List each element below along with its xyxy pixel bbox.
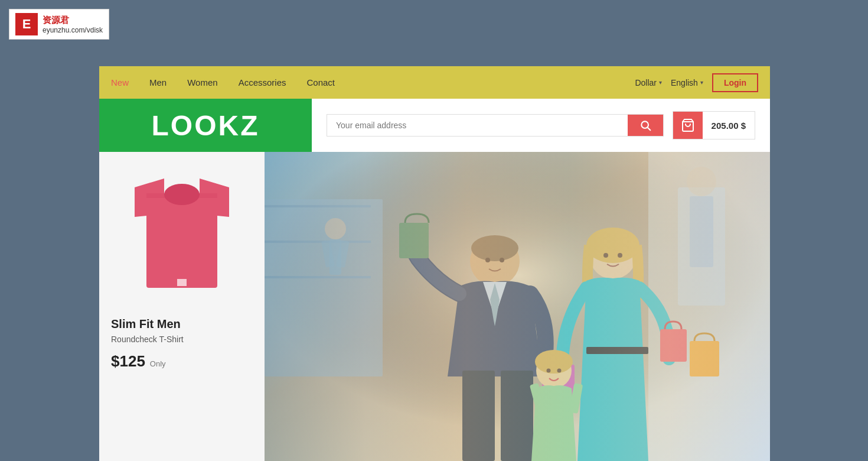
product-card: Slim Fit Men Roundcheck T-Shirt $125 Onl… (99, 152, 265, 461)
product-name: Slim Fit Men (111, 317, 253, 331)
watermark: E 资源君 eyunzhu.com/vdisk (9, 9, 109, 40)
top-nav: New Men Women Accessories Conact Dollar … (99, 66, 770, 99)
login-button[interactable]: Login (712, 73, 758, 92)
cart-icon-area (673, 112, 703, 139)
svg-rect-7 (146, 193, 217, 198)
store-background (265, 152, 770, 461)
nav-link-women[interactable]: Women (187, 77, 217, 87)
watermark-text: 资源君 eyunzhu.com/vdisk (43, 15, 103, 34)
language-selected: English (671, 78, 698, 87)
logo-section: LOOKZ (99, 99, 312, 152)
cart-price: 205.00 $ (703, 121, 755, 131)
currency-dropdown[interactable]: Dollar ▾ (635, 78, 662, 87)
svg-line-1 (647, 128, 650, 131)
language-dropdown-arrow: ▾ (700, 79, 703, 86)
nav-right: Dollar ▾ English ▾ Login (635, 73, 758, 92)
language-dropdown[interactable]: English ▾ (671, 78, 703, 87)
logo: LOOKZ (152, 109, 260, 142)
currency-dropdown-arrow: ▾ (659, 79, 662, 86)
product-info: Slim Fit Men Roundcheck T-Shirt $125 Onl… (111, 306, 253, 371)
nav-link-new[interactable]: New (111, 77, 129, 87)
cart-icon (681, 118, 695, 132)
nav-links: New Men Women Accessories Conact (111, 77, 635, 87)
watermark-icon: E (15, 13, 38, 35)
nav-link-men[interactable]: Men (149, 77, 167, 87)
svg-rect-8 (177, 279, 187, 286)
hero-area (265, 152, 770, 461)
header-area: LOOKZ 2 (99, 99, 770, 152)
product-price-note: Only (150, 359, 166, 368)
watermark-url: eyunzhu.com/vdisk (43, 26, 103, 34)
nav-link-contact[interactable]: Conact (306, 77, 335, 87)
product-tshirt-image (129, 170, 235, 300)
nav-link-accessories[interactable]: Accessories (239, 77, 286, 87)
search-button[interactable] (628, 115, 663, 136)
product-image-area (111, 164, 253, 306)
cart-button[interactable]: 205.00 $ (673, 111, 755, 139)
watermark-title: 资源君 (43, 15, 103, 26)
product-price-row: $125 Only (111, 352, 253, 371)
search-section: 205.00 $ (312, 99, 770, 152)
svg-rect-5 (146, 193, 217, 288)
search-input[interactable] (327, 115, 628, 136)
currency-selected: Dollar (635, 78, 657, 87)
product-description: Roundcheck T-Shirt (111, 335, 253, 344)
main-container: New Men Women Accessories Conact Dollar … (99, 66, 770, 461)
search-wrapper (327, 114, 664, 137)
content-area: Slim Fit Men Roundcheck T-Shirt $125 Onl… (99, 152, 770, 461)
search-icon (639, 119, 651, 131)
product-price: $125 (111, 352, 145, 371)
